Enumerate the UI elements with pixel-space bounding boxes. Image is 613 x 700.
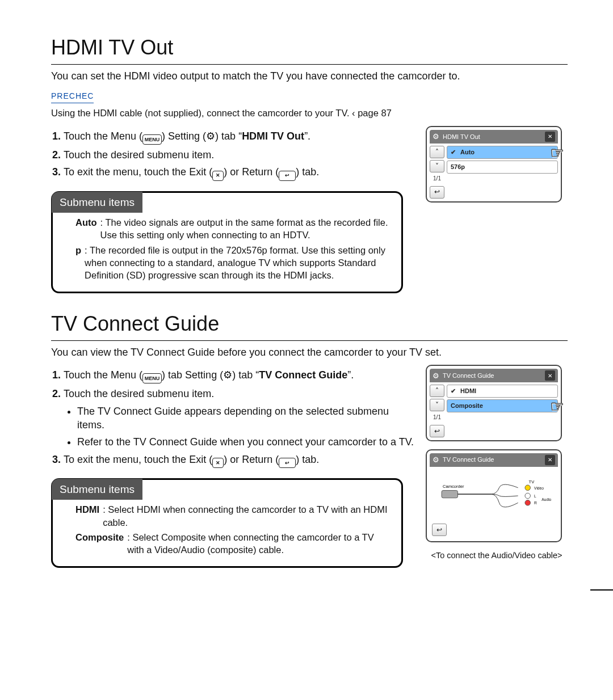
lcd-title: TV Connect Guide: [443, 372, 494, 380]
intro-tvc: You can view the TV Connect Guide before…: [51, 345, 568, 359]
menu-row-576p[interactable]: 576p: [447, 161, 558, 174]
menu-icon: MENU: [142, 373, 162, 383]
step-1: Touch the Menu (MENU) Setting (⚙) tab “H…: [64, 129, 414, 145]
diag-audio-label: Audio: [541, 497, 551, 501]
down-button[interactable]: ˅: [430, 160, 444, 172]
lcd-hdmi: HDMI TV Out ✕ ˄ ˅ 1/1 ↩ Auto ☞: [426, 126, 562, 203]
submenu-box-tvc: Submenu items HDMI : Select HDMI when co…: [51, 478, 403, 568]
svg-rect-0: [442, 490, 457, 497]
step-3: To exit the menu, touch the Exit (✕) or …: [64, 453, 414, 468]
page-indicator: 1/1: [433, 413, 441, 423]
diag-tv-label: TV: [529, 479, 535, 484]
lcd-tvc-diagram: TV Connect Guide ✕ Camcorder TV Video: [426, 449, 562, 542]
steps-hdmi: Touch the Menu (MENU) Setting (⚙) tab “H…: [51, 129, 414, 180]
submenu-box-hdmi: Submenu items Auto : The video signals a…: [51, 191, 403, 294]
check-icon: [451, 148, 457, 157]
menu-row-hdmi[interactable]: HDMI: [447, 385, 558, 398]
precheck-note: Using the HDMI cable (not supplied), con…: [51, 107, 568, 119]
menu-row-auto[interactable]: Auto ☞: [447, 146, 558, 159]
diag-camcorder-label: Camcorder: [443, 484, 464, 489]
close-icon[interactable]: ✕: [545, 132, 555, 142]
submenu-item-hdmi: HDMI : Select HDMI when connecting the c…: [75, 503, 392, 529]
step-3: To exit the menu, touch the Exit (✕) or …: [64, 165, 414, 180]
submenu-item-composite: Composite : Select Composite when connec…: [75, 531, 392, 556]
steps-tvc: Touch the Menu (MENU) tab Setting (⚙) ta…: [51, 368, 414, 467]
page-edge-mark: [590, 589, 613, 591]
svg-point-2: [525, 493, 530, 498]
diag-video-label: Video: [534, 486, 544, 490]
submenu-item-auto: Auto : The video signals are output in t…: [75, 216, 392, 242]
bullet-2: Refer to the TV Connect Guide when you c…: [77, 435, 414, 449]
precheck-label: PRECHEC: [51, 91, 94, 103]
return-button[interactable]: ↩: [430, 425, 444, 437]
return-button[interactable]: ↩: [432, 524, 447, 536]
gear-icon: ⚙: [206, 130, 215, 142]
return-button[interactable]: ↩: [430, 186, 444, 199]
svg-point-3: [525, 500, 530, 505]
menu-row-composite[interactable]: Composite ☞: [447, 399, 558, 412]
cursor-icon: ☞: [550, 396, 564, 418]
page-indicator: 1/1: [433, 174, 441, 184]
step-1: Touch the Menu (MENU) tab Setting (⚙) ta…: [64, 368, 414, 383]
close-icon[interactable]: ✕: [545, 370, 555, 381]
return-icon: ↩: [279, 458, 296, 468]
check-icon: [451, 387, 457, 395]
connection-diagram: Camcorder TV Video L R Audio: [432, 470, 556, 521]
intro-hdmi: You can set the HDMI video output to mat…: [51, 69, 568, 83]
down-button[interactable]: ˅: [430, 399, 444, 411]
section-title-tvc: TV Connect Guide: [51, 310, 568, 341]
diag-r-label: R: [534, 501, 537, 505]
step-2: Touch the desired submenu item. The TV C…: [64, 387, 414, 449]
gear-icon: [433, 455, 439, 465]
step-2: Touch the desired submenu item.: [64, 148, 414, 162]
diagram-caption: <To connect the Audio/Video cable>: [426, 550, 568, 562]
svg-point-1: [525, 485, 530, 490]
submenu-item-576p: p : The recorded file is output in the 7…: [75, 244, 392, 282]
gear-icon: [433, 371, 439, 381]
lcd-title: HDMI TV Out: [443, 133, 480, 141]
close-icon[interactable]: ✕: [545, 455, 555, 465]
menu-icon: MENU: [142, 134, 162, 145]
diag-l-label: L: [534, 494, 536, 498]
bullet-1: The TV Connect Guide appears depending o…: [77, 404, 414, 432]
gear-icon: [433, 132, 439, 142]
gear-icon: ⚙: [223, 369, 232, 381]
exit-icon: ✕: [212, 458, 224, 468]
lcd-title: TV Connect Guide: [443, 456, 494, 464]
up-button[interactable]: ˄: [430, 385, 444, 397]
lcd-tvc-menu: TV Connect Guide ✕ ˄ ˅ 1/1 ↩ HDMI Compos…: [426, 365, 562, 441]
return-icon: ↩: [279, 171, 296, 181]
submenu-title: Submenu items: [52, 479, 142, 500]
submenu-title: Submenu items: [52, 192, 142, 213]
exit-icon: ✕: [212, 171, 224, 181]
up-button[interactable]: ˄: [430, 146, 444, 158]
section-title-hdmi: HDMI TV Out: [51, 34, 568, 65]
